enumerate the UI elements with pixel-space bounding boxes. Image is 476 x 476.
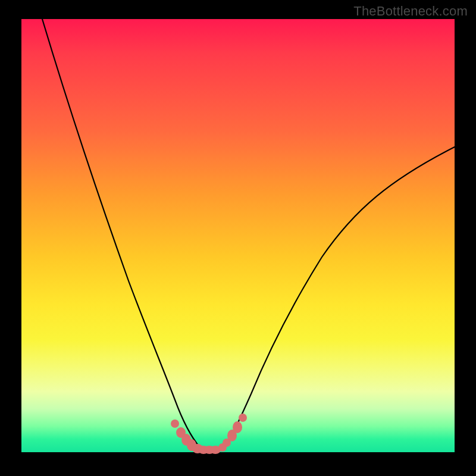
chart-stage: TheBottleneck.com [0, 0, 476, 476]
watermark-text: TheBottleneck.com [353, 4, 468, 19]
plot-area [21, 19, 455, 452]
svg-point-12 [239, 414, 247, 422]
right-curve [223, 147, 455, 449]
curve-layer [21, 19, 455, 452]
left-curve [42, 19, 200, 447]
valley-markers [171, 414, 247, 454]
svg-point-11 [233, 421, 242, 433]
svg-point-0 [171, 419, 179, 428]
